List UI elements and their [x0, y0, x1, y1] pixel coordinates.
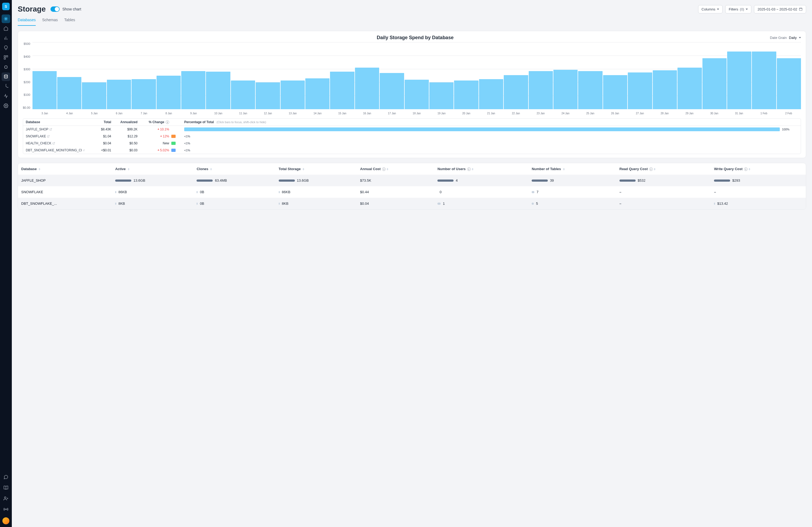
grain-value: Daily [789, 36, 797, 40]
date-grain-select[interactable]: Date Grain Daily [770, 36, 801, 40]
y-tick: $500 [24, 42, 30, 45]
chart-bar[interactable] [603, 75, 627, 109]
chart-bar[interactable] [479, 79, 503, 109]
chart-bar[interactable] [57, 77, 81, 109]
nav-pie-icon[interactable] [2, 82, 10, 91]
table-header[interactable]: Number of Users i [434, 163, 528, 175]
chart-bar[interactable] [107, 80, 131, 109]
y-tick: $200 [24, 80, 30, 84]
table-header[interactable]: Annual Cost i [357, 163, 434, 175]
nav-chip-icon[interactable] [2, 63, 10, 71]
legend-row[interactable]: DBT_SNOWFLAKE_MONITORING_CI <$0.01 $0.03… [23, 147, 801, 154]
svg-point-5 [5, 105, 7, 107]
tab-tables[interactable]: Tables [64, 16, 75, 26]
chart-bar[interactable] [256, 82, 280, 109]
legend-col-database: Database [26, 120, 85, 124]
info-icon[interactable]: i [649, 167, 653, 171]
x-tick: 18 Jan [404, 110, 429, 117]
chart-bar[interactable] [181, 71, 205, 109]
nav-bulb-icon[interactable] [2, 44, 10, 52]
x-tick: 1 Feb [752, 110, 776, 117]
chart-bar[interactable] [380, 73, 404, 109]
chart-bar[interactable] [578, 71, 602, 109]
chart-bar[interactable] [653, 70, 677, 109]
chart-bar[interactable] [553, 70, 578, 109]
sort-icon [387, 168, 388, 170]
nav-blocks-icon[interactable] [2, 53, 10, 62]
chevron-down-icon [717, 9, 719, 10]
chart-legend: Database Total Annualized % Change i Per… [23, 118, 801, 154]
chart-bar[interactable] [702, 58, 727, 109]
info-icon[interactable]: i [166, 120, 169, 124]
chart-bar[interactable] [777, 58, 801, 109]
x-tick: 30 Jan [702, 110, 727, 117]
x-tick: 28 Jan [652, 110, 677, 117]
x-tick: 6 Jan [107, 110, 132, 117]
x-tick: 22 Jan [504, 110, 528, 117]
nav-chart-icon[interactable] [2, 34, 10, 42]
chart-bar[interactable] [157, 76, 181, 109]
table-header[interactable]: Database [18, 163, 112, 175]
svg-rect-3 [5, 66, 7, 69]
chart-bar[interactable] [82, 82, 106, 109]
svg-rect-7 [799, 8, 802, 11]
chart-bar[interactable] [727, 51, 751, 109]
tab-databases[interactable]: Databases [18, 16, 36, 26]
table-header[interactable]: Number of Tables [528, 163, 616, 175]
table-header[interactable]: Total Storage [276, 163, 357, 175]
info-icon[interactable]: i [382, 167, 386, 171]
table-row[interactable]: SNOWFLAKE 86KB 0B 86KB $0.44 0 7 – – [18, 186, 806, 198]
tab-schemas[interactable]: Schemas [42, 16, 58, 26]
sort-icon [472, 168, 474, 170]
chart-bar[interactable] [628, 73, 652, 109]
chart-bar[interactable] [429, 82, 453, 109]
chart-bar[interactable] [132, 79, 156, 109]
legend-col-total: Total [87, 120, 111, 124]
chart-bar[interactable] [752, 51, 776, 109]
info-icon[interactable]: i [467, 167, 471, 171]
legend-row[interactable]: SNOWFLAKE $1.04 $12.29 12% <1% [23, 133, 801, 140]
legend-row[interactable]: JAFFLE_SHOP $8.43K $99.2K 10.1% 100% [23, 126, 801, 133]
nav-storage-icon[interactable] [2, 73, 10, 81]
x-tick: 8 Jan [156, 110, 181, 117]
chart-bar[interactable] [529, 71, 553, 109]
chart-bar[interactable] [32, 71, 57, 109]
nav-snowflake-icon[interactable] [2, 15, 10, 23]
table-row[interactable]: JAFFLE_SHOP 13.6GB 63.4MB 13.6GB $73.5K … [18, 175, 806, 186]
info-icon[interactable]: i [744, 167, 748, 171]
chart-bar[interactable] [305, 78, 330, 109]
legend-col-annualized: Annualized [113, 120, 137, 124]
chart-bar[interactable] [330, 72, 354, 109]
chart-bar[interactable] [405, 80, 429, 109]
chart-bar[interactable] [280, 80, 305, 109]
legend-row[interactable]: HEALTH_CHECK $0.04 $0.50 New <1% [23, 140, 801, 147]
y-tick: $100 [24, 93, 30, 96]
svg-rect-2 [4, 58, 5, 59]
date-range-button[interactable]: 2025-01-03 ~ 2025-02-02 [754, 5, 806, 13]
chart-card: Daily Storage Spend by Database Date Gra… [18, 31, 806, 158]
chart-bar[interactable] [454, 80, 478, 109]
x-tick: 3 Jan [32, 110, 57, 117]
table-header[interactable]: Write Query Cost i [711, 163, 806, 175]
show-chart-toggle[interactable] [50, 6, 60, 12]
chart-bar[interactable] [504, 75, 528, 109]
table-header[interactable]: Clones [193, 163, 275, 175]
sort-icon [303, 168, 304, 170]
chart-bar[interactable] [206, 72, 230, 109]
chart-bar[interactable] [355, 67, 379, 109]
chart-y-axis: $500$400$300$200$100$0.00 [23, 42, 32, 109]
app-logo[interactable]: S [2, 3, 10, 10]
chart-bar[interactable] [231, 80, 255, 109]
x-tick: 23 Jan [528, 110, 553, 117]
x-tick: 26 Jan [603, 110, 627, 117]
table-row[interactable]: DBT_SNOWFLAKE_... 8KB 0B 8KB $0.04 1 5 –… [18, 198, 806, 209]
columns-button[interactable]: Columns [698, 5, 723, 13]
nav-settings-icon[interactable] [2, 102, 10, 110]
filters-button[interactable]: Filters (0) [725, 5, 751, 13]
nav-home-icon[interactable] [2, 24, 10, 33]
table-header[interactable]: Active [112, 163, 193, 175]
chart-bar[interactable] [678, 67, 702, 109]
nav-activity-icon[interactable] [2, 92, 10, 100]
table-header[interactable]: Read Query Cost i [616, 163, 711, 175]
x-tick: 20 Jan [454, 110, 478, 117]
